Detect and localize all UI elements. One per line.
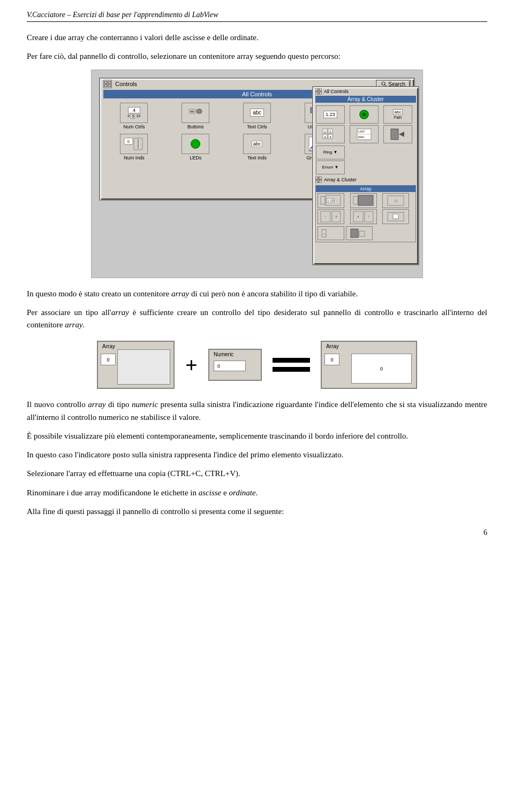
eq-bar-top xyxy=(273,358,310,363)
svg-rect-49 xyxy=(319,177,322,179)
array-bottom-row: ⋯ xyxy=(316,225,415,242)
text-inds-label: Text Inds xyxy=(247,155,267,160)
svg-rect-8 xyxy=(196,109,202,113)
paragraph3: In questo modo è stato creato un conteni… xyxy=(27,288,487,300)
svg-rect-73 xyxy=(359,231,365,236)
leds-label: LEDs xyxy=(190,155,201,160)
svg-point-33 xyxy=(362,113,366,116)
array-sub-2 xyxy=(350,193,377,208)
svg-rect-56 xyxy=(353,196,358,204)
svg-rect-1 xyxy=(104,85,107,87)
popup-item-3: abc Path xyxy=(383,105,412,124)
svg-text:item: item xyxy=(358,135,364,139)
array-sub-4: ✓ ✗ xyxy=(318,209,344,224)
array-bottom-1: ⋯ xyxy=(318,226,344,240)
num-inds-label: Num Inds xyxy=(124,155,145,160)
controls-panel-icon xyxy=(103,80,112,88)
array-sub-6 xyxy=(382,209,409,224)
array-demo-box: Array 0 xyxy=(97,341,175,389)
svg-point-4 xyxy=(382,82,385,85)
array-cluster-tab[interactable]: Array & Cluster xyxy=(315,96,416,103)
paragraph4: Per associare un tipo all'array è suffic… xyxy=(27,307,487,332)
buttons-icon: abc xyxy=(182,103,209,123)
svg-rect-2 xyxy=(108,81,111,83)
popup-item-2 xyxy=(350,105,379,124)
array-tab: Array xyxy=(316,186,415,192)
result-array-label: Array xyxy=(326,343,339,349)
result-content: 0 xyxy=(351,354,412,384)
svg-text:⋯: ⋯ xyxy=(323,232,326,235)
svg-text:abc: abc xyxy=(190,110,195,113)
popup-all-controls-label: All Controls xyxy=(324,89,349,94)
num-ctrls-label: Num Ctrls xyxy=(123,124,145,129)
text-ctrls-item: abc Text Ctrls xyxy=(228,103,287,129)
array-bottom-2 xyxy=(346,226,373,240)
svg-text:LIST: LIST xyxy=(358,130,365,133)
svg-text:✗: ✗ xyxy=(357,215,359,218)
text-inds-icon: abc xyxy=(243,134,271,154)
paragraph2: Per fare ciò, dal pannello di controllo,… xyxy=(27,50,487,63)
equals-symbol xyxy=(273,358,310,372)
svg-text:▢: ▢ xyxy=(395,199,397,202)
svg-rect-46 xyxy=(391,129,398,140)
popup-grid-top: 1.23 abc Path 1 2 xyxy=(313,104,418,145)
popup-ring-item: Ring ▼ xyxy=(316,145,345,159)
numeric-input-demo: 0 xyxy=(214,361,246,371)
popup-titlebar: All Controls xyxy=(313,87,418,96)
num-ctrls-item: 4 0 5 10 Num Ctrls xyxy=(104,103,164,129)
svg-text:0: 0 xyxy=(127,140,130,143)
svg-rect-29 xyxy=(319,88,322,91)
result-index: 0 xyxy=(324,354,339,365)
leds-item: LEDs xyxy=(166,134,225,160)
paragraph6: È possibile visualizzare più elementi co… xyxy=(27,430,487,442)
num-inds-icon: 0 xyxy=(120,134,148,154)
svg-rect-0 xyxy=(104,81,107,83)
screenshot-container: Controls Search All Controls 4 0 xyxy=(91,70,423,278)
numeric-demo-label: Numeric xyxy=(214,351,233,357)
svg-text:!: ! xyxy=(368,215,369,218)
svg-rect-30 xyxy=(315,92,318,95)
svg-rect-48 xyxy=(315,177,318,179)
svg-rect-69 xyxy=(393,214,398,219)
page-title: V.Cacciatore – Esercizi di base per l'ap… xyxy=(27,11,218,19)
svg-text:✗: ✗ xyxy=(335,215,337,218)
popup-item-6 xyxy=(383,125,412,143)
svg-text:✓: ✓ xyxy=(324,215,327,218)
paragraph8: Selezionare l'array ed effettuarne una c… xyxy=(27,468,487,480)
paragraph9: Rinominare i due array modificandone le … xyxy=(27,487,487,499)
svg-marker-47 xyxy=(399,132,404,137)
popup-item-1: 1.23 xyxy=(316,105,345,124)
num-inds-item: 0 Num Inds xyxy=(104,134,164,160)
svg-rect-72 xyxy=(351,229,358,238)
text-ctrls-icon: abc xyxy=(243,103,271,123)
controls-panel-title: Controls xyxy=(115,81,137,87)
buttons-label: Buttons xyxy=(187,124,204,129)
array-demo-label: Array xyxy=(102,343,115,349)
result-array-box: Array 0 0 xyxy=(321,341,417,389)
array-sub-1: 1.23 xyxy=(318,193,344,208)
buttons-item: abc Buttons xyxy=(166,103,225,129)
svg-rect-52 xyxy=(321,196,325,204)
array-subpopup: Array 1.23 xyxy=(315,185,416,242)
svg-rect-57 xyxy=(358,195,373,205)
numeric-demo-box: Numeric 0 xyxy=(208,349,262,381)
popup-enum-item: Enum ▼ xyxy=(316,160,345,174)
paragraph1: Creare i due array che conterranno i val… xyxy=(27,32,487,44)
popup-item-5: LIST item xyxy=(350,125,379,143)
array-content-area xyxy=(117,349,170,385)
svg-rect-3 xyxy=(108,85,111,87)
eq-bar-bottom xyxy=(273,367,310,372)
paragraph5: Il nuovo controllo array di tipo numeric… xyxy=(27,399,487,424)
popup-item-4: 1 2 3 4 xyxy=(316,125,345,143)
combo-section: Array 0 + Numeric 0 Array 0 0 xyxy=(27,341,487,389)
svg-rect-31 xyxy=(319,92,322,95)
svg-rect-50 xyxy=(315,180,318,183)
array-cluster-popup: All Controls Array & Cluster 1.23 abc Pa… xyxy=(312,86,419,265)
array-index: 0 xyxy=(101,354,116,365)
page-number: 6 xyxy=(27,528,487,537)
svg-rect-28 xyxy=(315,88,318,91)
text-ctrls-label: Text Ctrls xyxy=(247,124,267,129)
num-ctrls-icon: 4 0 5 10 xyxy=(120,103,148,123)
paragraph10: Alla fine di questi passaggi il pannello… xyxy=(27,505,487,518)
array-sub-grid: 1.23 ▢ xyxy=(316,192,415,225)
